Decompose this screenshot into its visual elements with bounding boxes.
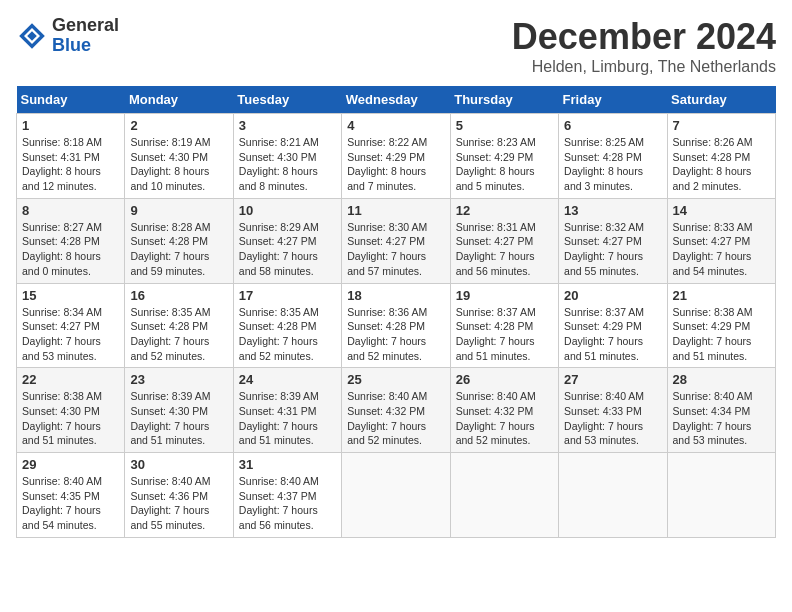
day-number: 3 (239, 118, 336, 133)
day-info: Sunrise: 8:40 AMSunset: 4:32 PMDaylight:… (456, 389, 553, 448)
day-number: 17 (239, 288, 336, 303)
calendar-header-friday: Friday (559, 86, 667, 114)
calendar-cell: 28Sunrise: 8:40 AMSunset: 4:34 PMDayligh… (667, 368, 775, 453)
day-info: Sunrise: 8:40 AMSunset: 4:32 PMDaylight:… (347, 389, 444, 448)
day-number: 20 (564, 288, 661, 303)
day-info: Sunrise: 8:28 AMSunset: 4:28 PMDaylight:… (130, 220, 227, 279)
day-number: 18 (347, 288, 444, 303)
page-header: General Blue December 2024 Helden, Limbu… (16, 16, 776, 76)
day-info: Sunrise: 8:40 AMSunset: 4:34 PMDaylight:… (673, 389, 770, 448)
calendar-table: SundayMondayTuesdayWednesdayThursdayFrid… (16, 86, 776, 538)
calendar-cell: 10Sunrise: 8:29 AMSunset: 4:27 PMDayligh… (233, 198, 341, 283)
calendar-cell (342, 453, 450, 538)
calendar-week-4: 22Sunrise: 8:38 AMSunset: 4:30 PMDayligh… (17, 368, 776, 453)
calendar-cell: 4Sunrise: 8:22 AMSunset: 4:29 PMDaylight… (342, 114, 450, 199)
day-info: Sunrise: 8:35 AMSunset: 4:28 PMDaylight:… (239, 305, 336, 364)
calendar-week-1: 1Sunrise: 8:18 AMSunset: 4:31 PMDaylight… (17, 114, 776, 199)
day-number: 12 (456, 203, 553, 218)
day-info: Sunrise: 8:36 AMSunset: 4:28 PMDaylight:… (347, 305, 444, 364)
day-number: 26 (456, 372, 553, 387)
calendar-header-monday: Monday (125, 86, 233, 114)
day-info: Sunrise: 8:39 AMSunset: 4:30 PMDaylight:… (130, 389, 227, 448)
calendar-cell: 18Sunrise: 8:36 AMSunset: 4:28 PMDayligh… (342, 283, 450, 368)
calendar-cell: 21Sunrise: 8:38 AMSunset: 4:29 PMDayligh… (667, 283, 775, 368)
day-number: 30 (130, 457, 227, 472)
calendar-cell: 25Sunrise: 8:40 AMSunset: 4:32 PMDayligh… (342, 368, 450, 453)
day-number: 14 (673, 203, 770, 218)
day-info: Sunrise: 8:32 AMSunset: 4:27 PMDaylight:… (564, 220, 661, 279)
day-number: 1 (22, 118, 119, 133)
calendar-cell: 19Sunrise: 8:37 AMSunset: 4:28 PMDayligh… (450, 283, 558, 368)
day-info: Sunrise: 8:27 AMSunset: 4:28 PMDaylight:… (22, 220, 119, 279)
day-number: 24 (239, 372, 336, 387)
day-info: Sunrise: 8:23 AMSunset: 4:29 PMDaylight:… (456, 135, 553, 194)
calendar-header-wednesday: Wednesday (342, 86, 450, 114)
calendar-cell: 6Sunrise: 8:25 AMSunset: 4:28 PMDaylight… (559, 114, 667, 199)
logo: General Blue (16, 16, 119, 56)
day-info: Sunrise: 8:40 AMSunset: 4:36 PMDaylight:… (130, 474, 227, 533)
calendar-cell: 22Sunrise: 8:38 AMSunset: 4:30 PMDayligh… (17, 368, 125, 453)
calendar-cell: 2Sunrise: 8:19 AMSunset: 4:30 PMDaylight… (125, 114, 233, 199)
calendar-cell: 17Sunrise: 8:35 AMSunset: 4:28 PMDayligh… (233, 283, 341, 368)
day-number: 16 (130, 288, 227, 303)
calendar-header-sunday: Sunday (17, 86, 125, 114)
day-info: Sunrise: 8:33 AMSunset: 4:27 PMDaylight:… (673, 220, 770, 279)
day-number: 21 (673, 288, 770, 303)
calendar-cell: 15Sunrise: 8:34 AMSunset: 4:27 PMDayligh… (17, 283, 125, 368)
calendar-cell: 16Sunrise: 8:35 AMSunset: 4:28 PMDayligh… (125, 283, 233, 368)
calendar-cell: 3Sunrise: 8:21 AMSunset: 4:30 PMDaylight… (233, 114, 341, 199)
logo-text: General Blue (52, 16, 119, 56)
day-number: 10 (239, 203, 336, 218)
day-info: Sunrise: 8:34 AMSunset: 4:27 PMDaylight:… (22, 305, 119, 364)
calendar-cell: 23Sunrise: 8:39 AMSunset: 4:30 PMDayligh… (125, 368, 233, 453)
logo-icon (16, 20, 48, 52)
day-info: Sunrise: 8:21 AMSunset: 4:30 PMDaylight:… (239, 135, 336, 194)
calendar-header-row: SundayMondayTuesdayWednesdayThursdayFrid… (17, 86, 776, 114)
calendar-header-thursday: Thursday (450, 86, 558, 114)
day-info: Sunrise: 8:38 AMSunset: 4:29 PMDaylight:… (673, 305, 770, 364)
day-number: 15 (22, 288, 119, 303)
day-info: Sunrise: 8:37 AMSunset: 4:28 PMDaylight:… (456, 305, 553, 364)
day-info: Sunrise: 8:37 AMSunset: 4:29 PMDaylight:… (564, 305, 661, 364)
calendar-cell: 14Sunrise: 8:33 AMSunset: 4:27 PMDayligh… (667, 198, 775, 283)
day-info: Sunrise: 8:26 AMSunset: 4:28 PMDaylight:… (673, 135, 770, 194)
calendar-week-3: 15Sunrise: 8:34 AMSunset: 4:27 PMDayligh… (17, 283, 776, 368)
calendar-cell: 9Sunrise: 8:28 AMSunset: 4:28 PMDaylight… (125, 198, 233, 283)
location-title: Helden, Limburg, The Netherlands (512, 58, 776, 76)
day-number: 7 (673, 118, 770, 133)
calendar-cell: 1Sunrise: 8:18 AMSunset: 4:31 PMDaylight… (17, 114, 125, 199)
day-info: Sunrise: 8:19 AMSunset: 4:30 PMDaylight:… (130, 135, 227, 194)
calendar-cell: 13Sunrise: 8:32 AMSunset: 4:27 PMDayligh… (559, 198, 667, 283)
day-number: 19 (456, 288, 553, 303)
day-info: Sunrise: 8:39 AMSunset: 4:31 PMDaylight:… (239, 389, 336, 448)
day-number: 2 (130, 118, 227, 133)
calendar-cell (667, 453, 775, 538)
day-info: Sunrise: 8:35 AMSunset: 4:28 PMDaylight:… (130, 305, 227, 364)
day-number: 13 (564, 203, 661, 218)
calendar-cell: 11Sunrise: 8:30 AMSunset: 4:27 PMDayligh… (342, 198, 450, 283)
day-info: Sunrise: 8:22 AMSunset: 4:29 PMDaylight:… (347, 135, 444, 194)
day-info: Sunrise: 8:38 AMSunset: 4:30 PMDaylight:… (22, 389, 119, 448)
day-number: 28 (673, 372, 770, 387)
day-info: Sunrise: 8:29 AMSunset: 4:27 PMDaylight:… (239, 220, 336, 279)
calendar-week-5: 29Sunrise: 8:40 AMSunset: 4:35 PMDayligh… (17, 453, 776, 538)
day-info: Sunrise: 8:40 AMSunset: 4:35 PMDaylight:… (22, 474, 119, 533)
day-number: 11 (347, 203, 444, 218)
day-number: 5 (456, 118, 553, 133)
day-number: 25 (347, 372, 444, 387)
calendar-cell (559, 453, 667, 538)
day-info: Sunrise: 8:25 AMSunset: 4:28 PMDaylight:… (564, 135, 661, 194)
calendar-cell: 20Sunrise: 8:37 AMSunset: 4:29 PMDayligh… (559, 283, 667, 368)
calendar-cell: 7Sunrise: 8:26 AMSunset: 4:28 PMDaylight… (667, 114, 775, 199)
calendar-header-saturday: Saturday (667, 86, 775, 114)
calendar-cell: 8Sunrise: 8:27 AMSunset: 4:28 PMDaylight… (17, 198, 125, 283)
calendar-cell (450, 453, 558, 538)
day-number: 31 (239, 457, 336, 472)
calendar-cell: 30Sunrise: 8:40 AMSunset: 4:36 PMDayligh… (125, 453, 233, 538)
calendar-cell: 12Sunrise: 8:31 AMSunset: 4:27 PMDayligh… (450, 198, 558, 283)
day-info: Sunrise: 8:18 AMSunset: 4:31 PMDaylight:… (22, 135, 119, 194)
calendar-cell: 24Sunrise: 8:39 AMSunset: 4:31 PMDayligh… (233, 368, 341, 453)
title-block: December 2024 Helden, Limburg, The Nethe… (512, 16, 776, 76)
calendar-week-2: 8Sunrise: 8:27 AMSunset: 4:28 PMDaylight… (17, 198, 776, 283)
calendar-cell: 5Sunrise: 8:23 AMSunset: 4:29 PMDaylight… (450, 114, 558, 199)
